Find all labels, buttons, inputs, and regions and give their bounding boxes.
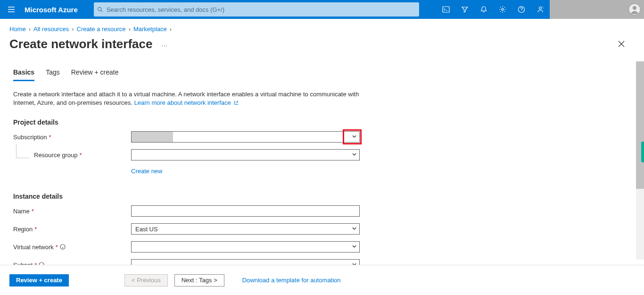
scrollbar-thumb[interactable] — [636, 61, 644, 189]
header-actions — [437, 0, 644, 19]
required-marker: * — [34, 226, 37, 233]
hamburger-icon — [8, 6, 15, 13]
name-label: Name * — [13, 208, 131, 215]
tab-tags[interactable]: Tags — [46, 68, 60, 81]
breadcrumb: Home› All resources› Create a resource› … — [0, 19, 644, 34]
more-actions-button[interactable]: … — [161, 40, 168, 48]
required-marker: * — [32, 208, 34, 215]
required-marker: * — [56, 244, 58, 251]
row-virtual-network: Virtual network * — [13, 241, 631, 253]
search-icon — [94, 7, 107, 13]
svg-point-0 — [98, 7, 101, 10]
tab-bar: Basics Tags Review + create — [13, 68, 631, 82]
section-project-details: Project details — [13, 118, 631, 126]
page-title: Create network interface — [9, 37, 152, 51]
resource-group-select[interactable] — [131, 149, 360, 160]
subscription-select[interactable] — [131, 131, 360, 143]
tab-basics[interactable]: Basics — [13, 68, 34, 81]
global-search[interactable] — [94, 2, 419, 17]
chevron-right-icon: › — [129, 25, 131, 33]
chevron-right-icon: › — [170, 25, 172, 33]
next-button[interactable]: Next : Tags > — [174, 274, 224, 287]
description-text: Create a network interface and attach it… — [13, 90, 372, 107]
subscription-select-wrap — [131, 131, 360, 143]
resource-group-label: Resource group * — [13, 152, 131, 159]
row-name: Name * — [13, 205, 631, 217]
row-subscription: Subscription * — [13, 131, 631, 143]
info-icon[interactable] — [60, 244, 66, 250]
directory-filter-icon[interactable] — [455, 0, 474, 19]
close-button[interactable] — [614, 36, 629, 51]
close-icon — [618, 41, 625, 47]
edge-indicator — [641, 142, 644, 162]
search-input[interactable] — [107, 2, 419, 17]
download-template-link[interactable]: Download a template for automation — [242, 277, 341, 284]
account-avatar[interactable] — [625, 0, 644, 19]
main-content: Basics Tags Review + create Create a net… — [0, 68, 644, 271]
vnet-label: Virtual network * — [13, 244, 131, 251]
chevron-right-icon: › — [72, 25, 74, 33]
settings-icon[interactable] — [493, 0, 512, 19]
svg-rect-1 — [443, 7, 449, 12]
name-input[interactable] — [131, 205, 360, 217]
required-marker: * — [49, 134, 51, 141]
svg-point-2 — [502, 8, 504, 10]
create-new-rg-link[interactable]: Create new — [131, 168, 162, 175]
learn-more-link[interactable]: Learn more about network interface — [134, 99, 231, 106]
breadcrumb-link[interactable]: Marketplace — [133, 25, 167, 33]
section-instance-details: Instance details — [13, 193, 631, 200]
vnet-select[interactable] — [131, 241, 360, 253]
breadcrumb-link[interactable]: All resources — [33, 25, 69, 33]
chevron-down-icon — [352, 244, 357, 251]
breadcrumb-link[interactable]: Home — [9, 25, 26, 33]
region-label: Region * — [13, 226, 131, 233]
svg-point-6 — [633, 6, 636, 10]
title-row: Create network interface … — [0, 36, 644, 51]
row-resource-group: Resource group * — [13, 149, 631, 161]
row-region: Region * East US — [13, 223, 631, 235]
help-icon[interactable] — [512, 0, 531, 19]
review-create-button[interactable]: Review + create — [9, 274, 69, 287]
brand-label[interactable]: Microsoft Azure — [23, 6, 86, 14]
chevron-down-icon — [352, 152, 357, 159]
subscription-label: Subscription * — [13, 134, 131, 141]
required-marker: * — [80, 152, 82, 159]
notifications-icon[interactable] — [474, 0, 493, 19]
top-bar: Microsoft Azure — [0, 0, 644, 19]
menu-toggle[interactable] — [0, 0, 23, 19]
svg-point-4 — [539, 7, 542, 9]
chevron-down-icon — [352, 226, 357, 233]
cloud-shell-icon[interactable] — [437, 0, 455, 19]
region-select[interactable]: East US — [131, 223, 360, 235]
feedback-icon[interactable] — [531, 0, 550, 19]
chevron-right-icon: › — [29, 25, 31, 33]
tab-review-create[interactable]: Review + create — [71, 68, 119, 81]
wizard-footer: Review + create < Previous Next : Tags >… — [0, 265, 644, 295]
redacted-value — [132, 132, 173, 142]
external-link-icon — [234, 99, 239, 108]
chevron-down-icon — [352, 134, 357, 141]
account-placeholder — [550, 0, 625, 19]
breadcrumb-link[interactable]: Create a resource — [77, 25, 126, 33]
previous-button: < Previous — [124, 274, 168, 287]
